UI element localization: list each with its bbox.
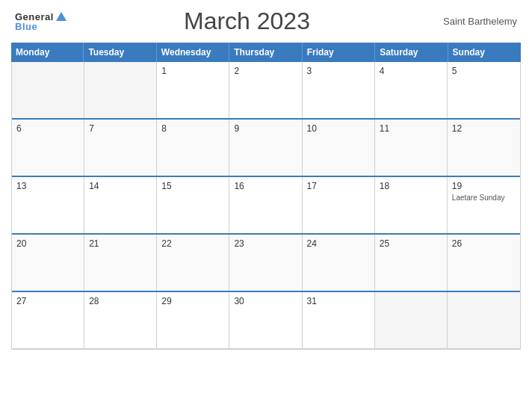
day-header-wednesday: Wednesday (157, 43, 229, 62)
calendar-cell-w1d4: 2 (229, 62, 302, 118)
calendar-cell-w1d5: 3 (303, 62, 375, 118)
calendar-cell-w1d7: 5 (448, 62, 520, 118)
day-header-tuesday: Tuesday (84, 43, 156, 62)
days-header: Monday Tuesday Wednesday Thursday Friday… (11, 43, 521, 62)
calendar-cell-w4d7: 26 (448, 235, 520, 291)
calendar-cell-w3d2: 14 (84, 177, 157, 233)
calendar-week-5: 27 28 29 30 31 (12, 292, 520, 349)
calendar-cell-w2d5: 10 (303, 120, 375, 176)
logo-triangle-icon (56, 12, 66, 21)
calendar-cell-w1d6: 4 (375, 62, 448, 118)
calendar-cell-w3d7: 19 Laetare Sunday (448, 177, 520, 233)
calendar-cell-w4d6: 25 (375, 235, 448, 291)
calendar-cell-w3d3: 15 (157, 177, 229, 233)
calendar-container: General Blue March 2023 Saint Barthelemy… (0, 0, 532, 411)
region-label: Saint Barthelemy (427, 16, 517, 27)
calendar-cell-w4d1: 20 (12, 235, 84, 291)
calendar-cell-w5d1: 27 (12, 292, 84, 348)
calendar-cell-w5d4: 30 (229, 292, 302, 348)
calendar-cell-w1d3: 1 (157, 62, 229, 118)
calendar-cell-w2d6: 11 (375, 120, 448, 176)
calendar-cell-w3d1: 13 (12, 177, 84, 233)
calendar-cell-w3d6: 18 (375, 177, 448, 233)
calendar-cell-w4d3: 22 (157, 235, 229, 291)
day-header-thursday: Thursday (229, 43, 302, 62)
calendar-cell-w4d4: 23 (229, 235, 302, 291)
calendar-week-4: 20 21 22 23 24 25 26 (12, 235, 520, 292)
calendar-cell-w5d7 (448, 292, 520, 348)
day-header-monday: Monday (11, 43, 84, 62)
day-header-saturday: Saturday (375, 43, 448, 62)
calendar-week-2: 6 7 8 9 10 11 12 (12, 120, 520, 177)
calendar-cell-w4d5: 24 (303, 235, 375, 291)
month-title: March 2023 (66, 7, 427, 35)
calendar-cell-w1d1 (12, 62, 84, 118)
calendar-week-3: 13 14 15 16 17 18 19 Laetare Sunday (12, 177, 520, 235)
laetare-sunday-event: Laetare Sunday (452, 194, 516, 202)
calendar-cell-w5d3: 29 (157, 292, 229, 348)
calendar-cell-w2d2: 7 (84, 120, 157, 176)
day-header-friday: Friday (303, 43, 375, 62)
calendar-cell-w2d1: 6 (12, 120, 84, 176)
calendar-cell-w2d4: 9 (229, 120, 302, 176)
calendar-cell-w2d7: 12 (448, 120, 520, 176)
calendar-cell-w4d2: 21 (84, 235, 157, 291)
calendar-cell-w5d5: 31 (303, 292, 375, 348)
calendar-cell-w2d3: 8 (157, 120, 229, 176)
calendar-cell-w3d4: 16 (229, 177, 302, 233)
calendar-cell-w3d5: 17 (303, 177, 375, 233)
calendar-grid: 1 2 3 4 5 6 7 8 9 10 11 12 13 14 15 16 1… (11, 62, 521, 350)
calendar-cell-w5d6 (375, 292, 448, 348)
day-header-sunday: Sunday (448, 43, 521, 62)
logo-blue-text: Blue (15, 22, 37, 31)
calendar-cell-w1d2 (84, 62, 157, 118)
calendar-week-1: 1 2 3 4 5 (12, 62, 520, 120)
calendar-header: General Blue March 2023 Saint Barthelemy (11, 7, 521, 35)
calendar-cell-w5d2: 28 (84, 292, 157, 348)
logo-general-text: General (15, 12, 54, 22)
logo: General Blue (15, 12, 66, 31)
